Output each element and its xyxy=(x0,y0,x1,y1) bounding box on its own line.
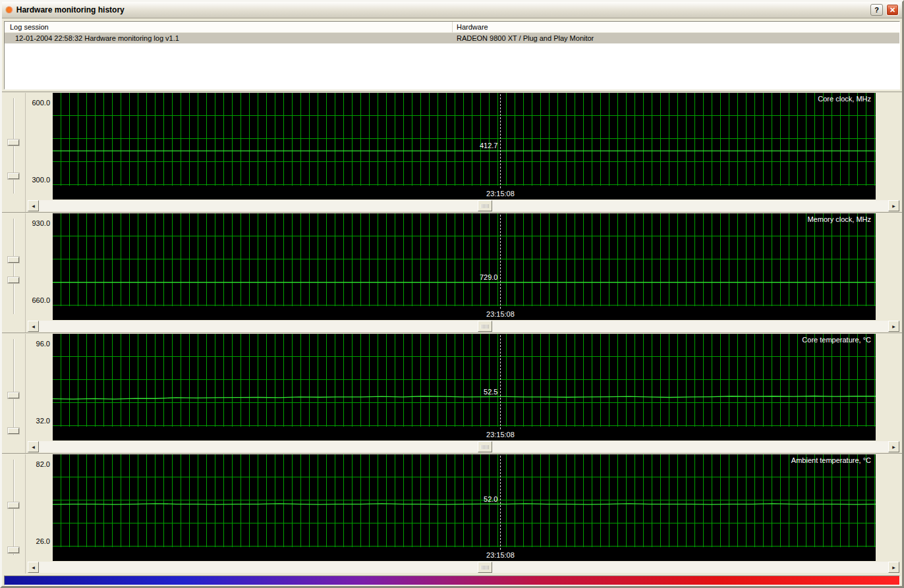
chart-group-core-temperature: 96.0 32.0 Core temperature, °C 52.5 23:1… xyxy=(2,333,902,453)
cursor-line xyxy=(500,335,501,429)
data-trace xyxy=(53,213,876,306)
list-header[interactable]: Log session Hardware xyxy=(5,22,899,33)
close-button[interactable]: ✕ xyxy=(886,4,899,16)
slider-thumb-lower[interactable] xyxy=(8,173,19,179)
chart-group-core-clock: 600.0 300.0 Core clock, MHz 412.7 23:15:… xyxy=(2,92,902,212)
chart-plot[interactable]: Ambient temperature, °C 52.0 23:15:08 xyxy=(53,454,876,561)
help-button[interactable]: ? xyxy=(870,4,883,16)
cursor-value: 412.7 xyxy=(480,142,501,149)
slider-track xyxy=(13,98,14,194)
scroll-left-button[interactable]: ◀ xyxy=(28,562,39,573)
time-scrollbar[interactable]: ◀ ▶ xyxy=(28,441,899,452)
chart-title: Ambient temperature, °C xyxy=(791,456,871,464)
scrollbar-thumb[interactable] xyxy=(478,441,492,452)
y-min-label: 32.0 xyxy=(36,417,50,425)
y-max-label: 82.0 xyxy=(36,460,50,468)
slider-track xyxy=(13,339,14,435)
scroll-left-button[interactable]: ◀ xyxy=(28,321,39,332)
right-margin xyxy=(876,213,902,320)
right-margin xyxy=(876,454,902,561)
chart-group-ambient-temperature: 82.0 26.0 Ambient temperature, °C 52.0 2… xyxy=(2,453,902,574)
chart-plot[interactable]: Core temperature, °C 52.5 23:15:08 xyxy=(53,334,876,441)
scrollbar-track[interactable] xyxy=(39,441,888,452)
scroll-right-button[interactable]: ▶ xyxy=(888,200,899,211)
cursor-time: 23:15:08 xyxy=(486,551,515,559)
y-max-label: 600.0 xyxy=(32,99,50,107)
y-min-label: 660.0 xyxy=(32,296,50,304)
chart-title: Memory clock, MHz xyxy=(807,215,871,223)
cursor-value: 729.0 xyxy=(480,273,501,281)
y-min-label: 26.0 xyxy=(36,537,50,545)
chart-group-memory-clock: 930.0 660.0 Memory clock, MHz 729.0 23:1… xyxy=(2,212,902,333)
chart-grid xyxy=(53,334,876,427)
cursor-line xyxy=(500,215,501,309)
y-min-label: 300.0 xyxy=(32,176,50,184)
data-trace xyxy=(53,334,876,427)
slider-track xyxy=(13,219,14,314)
range-slider[interactable] xyxy=(2,334,26,453)
cursor-time: 23:15:08 xyxy=(486,310,515,318)
chart-grid xyxy=(53,454,876,547)
scrollbar-thumb[interactable] xyxy=(478,200,492,211)
cursor-time: 23:15:08 xyxy=(486,431,515,439)
charts-area: 600.0 300.0 Core clock, MHz 412.7 23:15:… xyxy=(2,92,902,574)
scroll-left-button[interactable]: ◀ xyxy=(28,200,39,211)
y-axis-labels: 600.0 300.0 xyxy=(26,93,53,200)
time-scrollbar[interactable]: ◀ ▶ xyxy=(28,562,899,573)
chart-plot[interactable]: Core clock, MHz 412.7 23:15:08 xyxy=(53,93,876,200)
scroll-right-button[interactable]: ▶ xyxy=(888,441,899,452)
slider-thumb-upper[interactable] xyxy=(8,502,19,508)
scrollbar-thumb[interactable] xyxy=(478,321,492,332)
time-scrollbar[interactable]: ◀ ▶ xyxy=(28,321,899,332)
range-slider[interactable] xyxy=(2,93,26,212)
range-slider[interactable] xyxy=(2,454,26,574)
slider-thumb-lower[interactable] xyxy=(8,547,19,553)
data-trace xyxy=(53,93,876,186)
chart-title: Core temperature, °C xyxy=(802,336,871,344)
right-margin xyxy=(876,334,902,441)
slider-thumb-upper[interactable] xyxy=(8,140,19,146)
log-session-row[interactable]: 12-01-2004 22:58:32 Hardware monitoring … xyxy=(5,33,899,43)
right-margin xyxy=(876,93,902,200)
window-title: Hardware monitoring history xyxy=(16,5,867,14)
cursor-value: 52.0 xyxy=(484,495,500,503)
scrollbar-track[interactable] xyxy=(39,562,888,573)
scroll-left-button[interactable]: ◀ xyxy=(28,441,39,452)
slider-thumb-lower[interactable] xyxy=(8,277,19,283)
scrollbar-thumb[interactable] xyxy=(478,562,492,573)
scrollbar-track[interactable] xyxy=(39,200,888,211)
hardware-monitoring-window: ✺ Hardware monitoring history ? ✕ Log se… xyxy=(0,0,904,588)
cursor-line xyxy=(500,94,501,188)
cursor-line xyxy=(500,456,501,550)
app-icon: ✺ xyxy=(5,5,13,14)
slider-thumb-lower[interactable] xyxy=(8,428,19,434)
scroll-right-button[interactable]: ▶ xyxy=(888,321,899,332)
y-axis-labels: 930.0 660.0 xyxy=(26,213,53,320)
chart-plot[interactable]: Memory clock, MHz 729.0 23:15:08 xyxy=(53,213,876,320)
column-header-hardware[interactable]: Hardware xyxy=(453,22,899,32)
scrollbar-track[interactable] xyxy=(39,321,888,332)
chart-title: Core clock, MHz xyxy=(818,95,871,103)
y-max-label: 930.0 xyxy=(32,219,50,227)
data-trace xyxy=(53,454,876,547)
level-gradient-bar xyxy=(4,575,900,585)
column-header-log-session[interactable]: Log session xyxy=(5,22,453,32)
range-slider[interactable] xyxy=(2,213,26,333)
log-session-cell[interactable]: 12-01-2004 22:58:32 Hardware monitoring … xyxy=(5,33,453,43)
chart-grid xyxy=(53,213,876,306)
slider-thumb-upper[interactable] xyxy=(8,392,19,398)
y-axis-labels: 82.0 26.0 xyxy=(26,454,53,561)
y-axis-labels: 96.0 32.0 xyxy=(26,334,53,441)
cursor-time: 23:15:08 xyxy=(486,190,515,198)
slider-thumb-upper[interactable] xyxy=(8,257,19,263)
cursor-value: 52.5 xyxy=(484,388,500,396)
hardware-cell[interactable]: RADEON 9800 XT / Plug and Play Monitor xyxy=(453,33,899,43)
scroll-right-button[interactable]: ▶ xyxy=(888,562,899,573)
time-scrollbar[interactable]: ◀ ▶ xyxy=(28,200,899,211)
title-bar[interactable]: ✺ Hardware monitoring history ? ✕ xyxy=(2,2,902,18)
log-session-list[interactable]: Log session Hardware 12-01-2004 22:58:32… xyxy=(4,21,900,90)
y-max-label: 96.0 xyxy=(36,340,50,348)
chart-grid xyxy=(53,93,876,186)
